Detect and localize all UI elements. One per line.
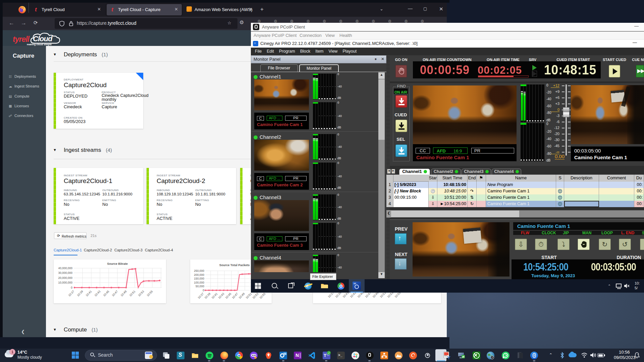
svg-text:10:39: 10:39 xyxy=(76,290,84,297)
svg-text:10:49: 10:49 xyxy=(120,290,127,297)
svg-text:150,000: 150,000 xyxy=(194,277,204,280)
svg-text:10:47: 10:47 xyxy=(111,290,118,297)
svg-text:10:49: 10:49 xyxy=(238,292,245,299)
svg-text:10:39: 10:39 xyxy=(204,292,211,299)
svg-text:0: 0 xyxy=(71,286,72,289)
svg-text:10:47: 10:47 xyxy=(231,292,238,299)
svg-text:10:45: 10:45 xyxy=(102,290,110,297)
svg-text:Source Bitrate: Source Bitrate xyxy=(107,262,128,265)
svg-text:100,000: 100,000 xyxy=(194,281,204,284)
svg-text:10:55: 10:55 xyxy=(146,290,153,297)
svg-text:10:51: 10:51 xyxy=(128,290,136,297)
svg-text:10:55: 10:55 xyxy=(259,292,266,299)
svg-text:z: z xyxy=(637,353,638,355)
svg-text:10:51: 10:51 xyxy=(245,292,252,299)
svg-text:30,000,000: 30,000,000 xyxy=(58,271,72,275)
svg-text:10,000,000: 10,000,000 xyxy=(58,281,72,284)
svg-text:10:45: 10:45 xyxy=(224,292,232,299)
svg-text:20,000,000: 20,000,000 xyxy=(58,276,72,280)
svg-text:10:41: 10:41 xyxy=(211,292,218,299)
svg-text:10:53: 10:53 xyxy=(137,290,145,297)
svg-text:10:41: 10:41 xyxy=(85,290,92,297)
svg-text:10:37: 10:37 xyxy=(67,290,75,297)
svg-text:40,000,000: 40,000,000 xyxy=(58,266,72,270)
svg-text:250,000: 250,000 xyxy=(194,269,204,273)
svg-text:Source Total Packets: Source Total Packets xyxy=(219,263,250,267)
svg-text:10:53: 10:53 xyxy=(252,292,259,299)
svg-text:0: 0 xyxy=(203,289,204,292)
svg-text:10:37: 10:37 xyxy=(197,292,204,299)
svg-text:200,000: 200,000 xyxy=(194,273,204,277)
svg-text:10:43: 10:43 xyxy=(217,292,225,299)
svg-text:10:43: 10:43 xyxy=(94,290,101,297)
svg-text:50,000: 50,000 xyxy=(196,285,204,288)
